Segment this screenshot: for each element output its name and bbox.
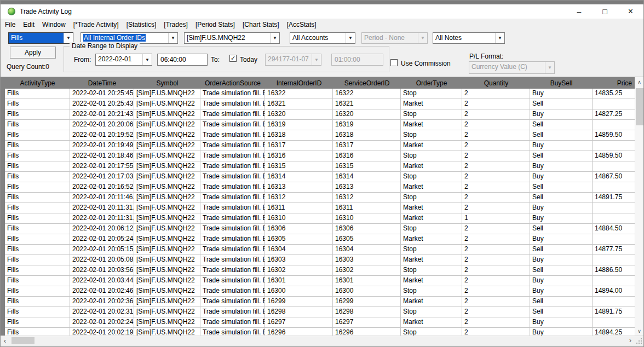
chevron-down-icon: ▼ <box>418 33 427 43</box>
table-cell: 16301 <box>333 276 401 286</box>
table-cell: 14891.75 <box>593 307 635 317</box>
table-cell: [Sim]F.US.MNQH22 <box>134 307 200 317</box>
menu-item[interactable]: [Period Stats] <box>196 21 235 28</box>
activity-type-combo[interactable]: Fills ▼ <box>8 32 73 44</box>
scroll-down-icon[interactable]: ∨ <box>635 326 643 336</box>
table-row[interactable]: Fills2022-02-01 20:05:15.51[Sim]F.US.MNQ… <box>5 245 635 255</box>
table-cell: 16318 <box>265 130 333 140</box>
menu-item[interactable]: Window <box>42 21 66 28</box>
table-row[interactable]: Fills2022-02-01 20:17:55.88[Sim]F.US.MNQ… <box>5 161 635 172</box>
from-date-combo[interactable]: 2022-02-01 ▼ <box>95 54 152 66</box>
maximize-button[interactable]: □ <box>592 4 618 19</box>
chevron-down-icon[interactable]: ▼ <box>168 33 177 43</box>
chevron-down-icon[interactable]: ▼ <box>142 54 152 65</box>
table-row[interactable]: Fills2022-02-01 20:05:24.20[Sim]F.US.MNQ… <box>5 234 635 245</box>
column-header[interactable]: Quantity <box>462 77 530 89</box>
table-row[interactable]: Fills2022-02-01 20:21:43.70[Sim]F.US.MNQ… <box>5 109 635 120</box>
chevron-down-icon[interactable]: ▼ <box>495 33 504 43</box>
table-cell: Fills <box>5 297 70 306</box>
vertical-scrollbar[interactable]: ∧ ∨ <box>635 77 643 336</box>
table-cell: Fills <box>5 234 70 244</box>
column-header[interactable]: ServiceOrderID <box>333 77 401 89</box>
table-row[interactable]: Fills2022-02-01 20:06:12.58[Sim]F.US.MNQ… <box>5 224 635 234</box>
table-cell: 16322 <box>265 89 333 99</box>
table-row[interactable]: Fills2022-02-01 20:02:19.56[Sim]F.US.MNQ… <box>5 328 635 336</box>
table-cell: Stop <box>401 328 462 336</box>
table-cell: 16310 <box>333 213 401 223</box>
table-cell: 2 <box>462 307 530 317</box>
table-cell: 16302 <box>265 265 333 275</box>
table-cell: [Sim]F.US.MNQH22 <box>134 213 200 223</box>
apply-button[interactable]: Apply <box>10 47 56 59</box>
table-row[interactable]: Fills2022-02-01 20:03:44.68[Sim]F.US.MNQ… <box>5 276 635 286</box>
table-row[interactable]: Fills2022-02-01 20:02:31.00[Sim]F.US.MNQ… <box>5 307 635 317</box>
table-row[interactable]: Fills2022-02-01 20:11:31.71[Sim]F.US.MNQ… <box>5 213 635 224</box>
column-header[interactable]: BuySell <box>530 77 593 89</box>
table-cell: 2022-02-01 20:25:43.64 <box>70 99 134 109</box>
accounts-combo[interactable]: All Accounts ▼ <box>290 32 355 44</box>
table-row[interactable]: Fills2022-02-01 20:17:03.85[Sim]F.US.MNQ… <box>5 172 635 182</box>
column-header[interactable]: DateTime <box>70 77 134 89</box>
column-header[interactable]: ActivityType <box>5 77 70 89</box>
table-row[interactable]: Fills2022-02-01 20:16:52.60[Sim]F.US.MNQ… <box>5 182 635 193</box>
from-time-field[interactable]: 06:40:00 <box>157 54 208 66</box>
horizontal-scroll-thumb[interactable] <box>12 337 34 344</box>
today-checkbox[interactable]: ✓ <box>229 55 237 62</box>
chevron-down-icon[interactable]: ▼ <box>346 33 355 43</box>
menu-item[interactable]: [Trades] <box>164 21 188 28</box>
menu-item[interactable]: Edit <box>23 21 34 28</box>
table-cell: [Sim]F.US.MNQH22 <box>134 276 200 286</box>
table-cell: 16297 <box>265 317 333 327</box>
minimize-button[interactable]: – <box>566 4 592 19</box>
table-cell: Fills <box>5 109 70 119</box>
column-header[interactable]: Symbol <box>134 77 200 89</box>
vertical-scroll-thumb[interactable] <box>636 88 643 125</box>
table-row[interactable]: Fills2022-02-01 20:05:08.52[Sim]F.US.MNQ… <box>5 255 635 265</box>
horizontal-scrollbar[interactable]: ‹ › <box>1 336 635 345</box>
table-row[interactable]: Fills2022-02-01 20:20:06.11[Sim]F.US.MNQ… <box>5 120 635 130</box>
table-row[interactable]: Fills2022-02-01 20:18:46.59[Sim]F.US.MNQ… <box>5 151 635 161</box>
table-cell: [Sim]F.US.MNQH22 <box>134 172 200 182</box>
table-row[interactable]: Fills2022-02-01 20:02:24.13[Sim]F.US.MNQ… <box>5 317 635 328</box>
column-header[interactable]: InternalOrderID <box>265 77 333 89</box>
table-cell: [Sim]F.US.MNQH22 <box>134 182 200 192</box>
table-cell: Trade simulation fill. Bu <box>200 141 265 151</box>
close-button[interactable]: × <box>618 4 643 19</box>
table-row[interactable]: Fills2022-02-01 20:02:46.56[Sim]F.US.MNQ… <box>5 286 635 297</box>
table-row[interactable]: Fills2022-02-01 20:11:46.74[Sim]F.US.MNQ… <box>5 193 635 203</box>
table-cell <box>593 161 635 171</box>
table-row[interactable]: Fills2022-02-01 20:19:52.64[Sim]F.US.MNQ… <box>5 130 635 141</box>
scroll-left-icon[interactable]: ‹ <box>1 337 9 345</box>
table-cell: 2 <box>462 328 530 336</box>
window-controls: – □ × <box>566 4 643 19</box>
use-commission-checkbox[interactable] <box>390 59 398 66</box>
menu-item[interactable]: File <box>5 21 15 28</box>
table-cell <box>593 317 635 327</box>
notes-combo[interactable]: All Notes ▼ <box>433 32 505 44</box>
resize-grip-icon[interactable] <box>635 336 643 345</box>
table-row[interactable]: Fills2022-02-01 20:11:31.71[Sim]F.US.MNQ… <box>5 203 635 213</box>
menu-item[interactable]: [Chart Stats] <box>243 21 279 28</box>
chevron-down-icon[interactable]: ▼ <box>270 33 279 43</box>
table-row[interactable]: Fills2022-02-01 20:03:56.52[Sim]F.US.MNQ… <box>5 265 635 276</box>
table-cell: 2022-02-01 20:06:12.58 <box>70 224 134 234</box>
symbol-combo[interactable]: [Sim]F.US.MNQH22 ▼ <box>184 32 280 44</box>
scroll-right-icon[interactable]: › <box>626 336 635 345</box>
table-cell: 16304 <box>265 245 333 255</box>
table-row[interactable]: Fills2022-02-01 20:02:36.46[Sim]F.US.MNQ… <box>5 297 635 307</box>
scroll-up-icon[interactable]: ∧ <box>635 77 643 86</box>
menu-item[interactable]: [*Trade Activity] <box>73 21 119 28</box>
table-cell: Market <box>401 297 462 306</box>
column-header[interactable]: Price <box>593 77 635 89</box>
menu-item[interactable]: [AccStats] <box>287 21 317 28</box>
table-row[interactable]: Fills2022-02-01 20:25:45.76[Sim]F.US.MNQ… <box>5 89 635 99</box>
table-cell: 16300 <box>333 286 401 296</box>
column-header[interactable]: OrderType <box>401 77 462 89</box>
table-header: ActivityTypeDateTimeSymbolOrderActionSou… <box>5 77 635 89</box>
column-header[interactable]: OrderActionSource <box>200 77 265 89</box>
table-row[interactable]: Fills2022-02-01 20:25:43.64[Sim]F.US.MNQ… <box>5 99 635 109</box>
menu-item[interactable]: [Statistics] <box>127 21 157 28</box>
table-row[interactable]: Fills2022-02-01 20:19:49.51[Sim]F.US.MNQ… <box>5 141 635 151</box>
table-cell: 2 <box>462 255 530 265</box>
table-cell: 2022-02-01 20:03:44.68 <box>70 276 134 286</box>
